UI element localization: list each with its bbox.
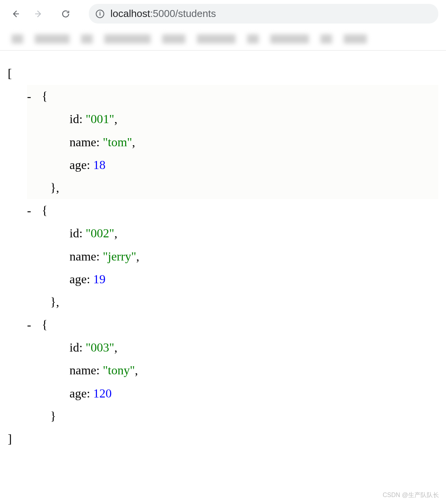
comma: , (114, 226, 117, 240)
bookmark-item[interactable] (81, 34, 93, 44)
json-property: name: "tom", (70, 131, 438, 154)
arrow-left-icon (11, 9, 20, 19)
bookmark-item[interactable] (344, 34, 367, 44)
brace-open: { (42, 203, 47, 217)
reload-button[interactable] (58, 6, 73, 22)
json-value: "jerry" (103, 249, 136, 263)
browser-toolbar: i localhost:5000/students (0, 0, 446, 27)
json-object[interactable]: - {id: "002",name: "jerry",age: 19}, (27, 199, 438, 313)
brace-close: }, (50, 176, 438, 199)
array-open: [ (8, 62, 438, 85)
bookmark-item[interactable] (104, 34, 151, 44)
array-close: ] (8, 428, 438, 450)
brace-open: { (42, 318, 47, 331)
reload-icon (61, 9, 70, 19)
address-bar[interactable]: i localhost:5000/students (89, 4, 438, 24)
forward-button[interactable] (31, 6, 46, 22)
brace-open: { (42, 89, 47, 103)
json-key: id: (70, 340, 86, 354)
brace-close: }, (50, 291, 438, 313)
bookmark-item[interactable] (321, 34, 332, 44)
json-object[interactable]: - {id: "003",name: "tony",age: 120} (27, 313, 438, 428)
bookmark-item[interactable] (270, 34, 309, 44)
json-property: age: 18 (70, 154, 438, 176)
comma: , (132, 135, 135, 149)
json-property: id: "002", (70, 222, 438, 245)
bookmark-item[interactable] (12, 34, 23, 44)
url-host: localhost (110, 8, 150, 19)
json-property: age: 19 (70, 268, 438, 291)
json-property: age: 120 (70, 382, 438, 405)
json-key: name: (70, 135, 103, 149)
json-value: "tom" (103, 135, 132, 149)
json-value: 19 (93, 272, 105, 286)
json-value: "001" (86, 112, 114, 126)
collapse-toggle[interactable]: - (27, 313, 39, 336)
bookmark-item[interactable] (197, 34, 236, 44)
comma: , (136, 249, 139, 263)
back-button[interactable] (8, 6, 23, 22)
info-icon[interactable]: i (96, 10, 104, 18)
json-value: 18 (93, 158, 105, 172)
json-property: id: "003", (70, 336, 438, 359)
json-property: id: "001", (70, 108, 438, 130)
json-value: "002" (86, 226, 114, 240)
brace-close: } (50, 405, 438, 428)
json-key: id: (70, 112, 86, 126)
json-key: age: (70, 272, 93, 286)
json-key: age: (70, 158, 93, 172)
json-value: "003" (86, 340, 114, 354)
json-value: 120 (93, 386, 112, 400)
url-path: :5000/students (150, 8, 216, 19)
json-key: name: (70, 363, 103, 377)
json-key: name: (70, 249, 103, 263)
json-object[interactable]: - {id: "001",name: "tom",age: 18}, (27, 85, 438, 199)
bookmark-item[interactable] (35, 34, 70, 44)
json-value: "tony" (103, 363, 135, 377)
json-property: name: "tony", (70, 359, 438, 382)
json-property: name: "jerry", (70, 245, 438, 268)
bookmarks-bar (0, 27, 446, 51)
collapse-toggle[interactable]: - (27, 199, 39, 222)
bookmark-item[interactable] (247, 34, 259, 44)
bookmark-item[interactable] (162, 34, 185, 44)
json-viewer: [ - {id: "001",name: "tom",age: 18},- {i… (0, 51, 446, 462)
comma: , (114, 112, 117, 126)
comma: , (135, 363, 138, 377)
url-text: localhost:5000/students (110, 8, 216, 20)
json-key: id: (70, 226, 86, 240)
comma: , (114, 340, 117, 354)
collapse-toggle[interactable]: - (27, 85, 39, 108)
arrow-right-icon (34, 9, 43, 19)
json-key: age: (70, 386, 93, 400)
